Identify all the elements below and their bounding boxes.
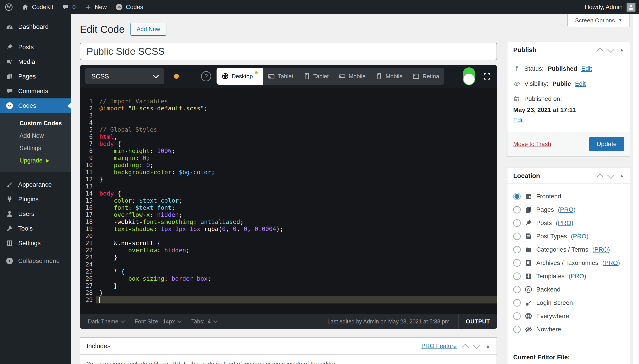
radio-posts[interactable] — [513, 219, 521, 227]
edit-visibility-link[interactable]: Edit — [575, 80, 585, 87]
howdy-text[interactable]: Howdy, Admin — [585, 4, 622, 11]
move-down-icon[interactable] — [473, 342, 480, 349]
code-line-3[interactable]: 3 — [80, 112, 497, 119]
device-tab-tablet-1[interactable]: Tablet — [263, 68, 298, 85]
submenu-item-custom-codes[interactable]: Custom Codes — [0, 117, 71, 130]
pro-link[interactable]: (PRO) — [569, 273, 586, 280]
radio-nowhere[interactable] — [513, 326, 521, 333]
code-line-23[interactable]: 23 } — [80, 254, 497, 261]
sidebar-item-plugins[interactable]: Plugins — [0, 192, 71, 206]
code-line-7[interactable]: 7body { — [80, 140, 497, 148]
wordpress-logo-icon[interactable]: W — [5, 3, 13, 11]
submenu-item-upgrade[interactable]: Upgrade▶ — [0, 154, 71, 167]
move-up-icon[interactable] — [596, 48, 604, 55]
pro-link[interactable]: (PRO) — [592, 246, 610, 253]
browser-scrollbar[interactable] — [633, 14, 639, 364]
radio-post-types[interactable] — [513, 232, 521, 240]
sidebar-item-posts[interactable]: Posts — [0, 40, 71, 54]
language-select[interactable]: SCSS — [85, 68, 164, 84]
edit-published-link[interactable]: Edit — [513, 116, 524, 124]
code-line-8[interactable]: 8 min-height: 100%; — [80, 148, 497, 154]
code-line-22[interactable]: 22 overflow: hidden; — [80, 247, 497, 254]
location-option-templates[interactable]: Templates(PRO) — [513, 270, 624, 283]
device-tab-tablet-2[interactable]: Tablet — [298, 68, 334, 85]
location-option-nowhere[interactable]: Nowhere — [513, 323, 624, 336]
adminbar-comments[interactable]: 0 — [62, 4, 76, 11]
move-down-icon[interactable] — [607, 46, 614, 53]
move-to-trash-link[interactable]: Move to Trash — [513, 141, 551, 148]
pro-link[interactable]: (PRO) — [556, 220, 573, 226]
radio-everywhere[interactable] — [513, 312, 521, 320]
collapse-toggle-icon[interactable]: ▲ — [619, 48, 624, 52]
radio-categories-terms[interactable] — [513, 246, 521, 254]
pro-feature-link[interactable]: PRO Feature — [421, 343, 457, 350]
location-option-archives-taxonomies[interactable]: Archives / Taxonomies(PRO) — [513, 256, 624, 270]
adminbar-site-link[interactable]: CodeKit — [22, 4, 53, 11]
code-line-10[interactable]: 10 padding: 0; — [80, 162, 497, 169]
code-area[interactable]: 1// Import Variables2@import "8-scss-def… — [80, 88, 497, 314]
tabs-select[interactable]: Tabs: 4 — [191, 318, 217, 325]
code-line-1[interactable]: 1// Import Variables — [80, 98, 497, 105]
fullscreen-icon[interactable] — [482, 72, 492, 81]
radio-login-screen[interactable] — [513, 299, 521, 306]
submenu-item-add-new[interactable]: Add New — [0, 130, 71, 142]
location-option-backend[interactable]: WBackend — [513, 283, 624, 296]
code-line-17[interactable]: 17 overflow-x: hidden; — [80, 211, 497, 218]
code-line-14[interactable]: 14body { — [80, 190, 497, 197]
pro-link[interactable]: (PRO) — [558, 206, 575, 213]
device-tab-retina-5[interactable]: Retina — [407, 68, 444, 85]
help-button[interactable]: ? — [201, 71, 211, 81]
code-line-19[interactable]: 19 text-shadow: 1px 1px 1px rgba(0, 0, 0… — [80, 226, 497, 232]
location-option-login-screen[interactable]: Login Screen — [513, 296, 624, 310]
radio-templates[interactable] — [513, 272, 521, 280]
move-up-icon[interactable] — [596, 173, 604, 181]
code-line-18[interactable]: 18 -webkit-font-smoothing: antialiased; — [80, 218, 497, 226]
code-line-25[interactable]: 25 * { — [80, 268, 497, 275]
code-line-16[interactable]: 16 font: $text-font; — [80, 204, 497, 211]
sidebar-item-users[interactable]: Users — [0, 206, 71, 221]
device-tab-mobile-3[interactable]: Mobile — [334, 68, 371, 85]
submenu-item-settings[interactable]: Settings — [0, 142, 71, 154]
location-option-post-types[interactable]: Post Types(PRO) — [513, 230, 624, 243]
location-option-everywhere[interactable]: Everywhere — [513, 310, 624, 323]
code-line-12[interactable]: 12} — [80, 176, 497, 183]
font-size-select[interactable]: Font Size: 14px — [135, 318, 181, 325]
sidebar-item-comments[interactable]: Comments — [0, 84, 71, 98]
location-option-pages[interactable]: Pages(PRO) — [513, 203, 624, 216]
output-button[interactable]: OUTPUT — [458, 314, 497, 329]
device-tab-desktop-0[interactable]: Desktop — [217, 68, 263, 85]
code-line-5[interactable]: 5// Global Styles — [80, 126, 497, 133]
radio-backend[interactable] — [513, 286, 521, 293]
code-title-input[interactable] — [86, 46, 491, 57]
code-line-28[interactable]: 28} — [80, 289, 497, 296]
location-option-categories-terms[interactable]: Categories / Terms(PRO) — [513, 243, 624, 256]
move-down-icon[interactable] — [607, 172, 614, 179]
pro-link[interactable]: (PRO) — [571, 233, 588, 240]
location-option-posts[interactable]: Posts(PRO) — [513, 216, 624, 230]
collapse-toggle-icon[interactable]: ▲ — [619, 173, 624, 178]
sidebar-item-codes[interactable]: <>Codes — [0, 98, 71, 113]
radio-pages[interactable] — [513, 206, 521, 214]
edit-status-link[interactable]: Edit — [581, 65, 592, 72]
code-line-20[interactable]: 20 — [80, 232, 497, 240]
code-line-13[interactable]: 13 — [80, 183, 497, 190]
code-line-11[interactable]: 11 background-color: $bg-color; — [80, 169, 497, 176]
sidebar-item-media[interactable]: Media — [0, 54, 71, 69]
radio-archives-taxonomies[interactable] — [513, 259, 521, 267]
collapse-toggle-icon[interactable]: ▲ — [485, 344, 490, 348]
theme-select[interactable]: Dark Theme — [88, 318, 124, 325]
code-line-9[interactable]: 9 margin: 0; — [80, 154, 497, 162]
includes-header[interactable]: Includes PRO Feature ▲ — [80, 338, 497, 355]
sidebar-item-tools[interactable]: Tools — [0, 221, 71, 236]
device-tab-mobile-4[interactable]: Mobile — [371, 68, 408, 85]
location-header[interactable]: Location ▲ — [507, 168, 630, 184]
adminbar-new[interactable]: New — [85, 4, 107, 11]
location-option-frontend[interactable]: Frontend — [513, 190, 624, 203]
avatar[interactable] — [626, 3, 635, 12]
pro-link[interactable]: (PRO) — [602, 259, 620, 266]
code-line-15[interactable]: 15 color: $text-color; — [80, 197, 497, 204]
code-line-27[interactable]: 27 } — [80, 282, 497, 289]
code-line-29[interactable]: 29 — [80, 296, 497, 304]
sidebar-item-pages[interactable]: Pages — [0, 69, 71, 84]
sidebar-item-dashboard[interactable]: Dashboard — [0, 20, 71, 34]
